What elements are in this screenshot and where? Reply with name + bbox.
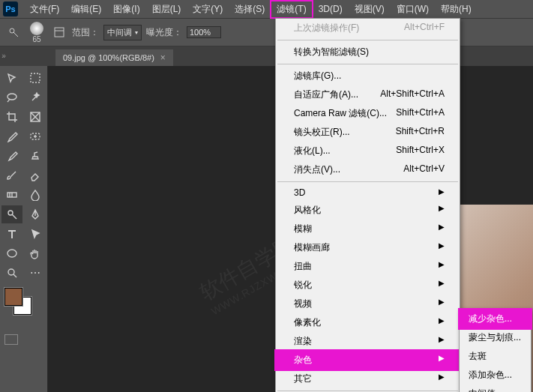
svg-line-1 <box>13 32 18 37</box>
submenu-reduce-noise[interactable]: 减少杂色... <box>460 310 531 328</box>
foreground-color-swatch[interactable] <box>4 288 22 306</box>
shape-tool[interactable] <box>1 244 22 262</box>
eyedropper-tool[interactable] <box>1 127 22 145</box>
frame-tool[interactable] <box>25 108 46 126</box>
menu-filter[interactable]: 滤镜(T) <box>271 1 312 18</box>
svg-line-17 <box>13 274 16 277</box>
app-logo: Ps <box>3 1 18 16</box>
menu-separator <box>277 64 458 64</box>
quick-mask-toggle[interactable] <box>1 334 46 345</box>
marquee-tool[interactable] <box>25 69 46 87</box>
chevron-down-icon: ▾ <box>135 29 138 36</box>
menu-filter-gallery[interactable]: 滤镜库(G)... <box>276 67 460 85</box>
menu-window[interactable]: 窗口(W) <box>391 1 435 18</box>
exposure-input[interactable] <box>187 26 221 38</box>
submenu-arrow-icon: ▶ <box>439 316 445 329</box>
svg-point-5 <box>7 94 16 100</box>
menu-layer[interactable]: 图层(L) <box>146 1 187 18</box>
brush-preview-icon <box>30 22 43 35</box>
clone-stamp-tool[interactable] <box>25 147 46 165</box>
healing-brush-tool[interactable] <box>25 127 46 145</box>
submenu-arrow-icon: ▶ <box>439 241 445 254</box>
menu-view[interactable]: 视图(V) <box>349 1 391 18</box>
filter-menu-dropdown: 上次滤镜操作(F) Alt+Ctrl+F 转换为智能滤镜(S) 滤镜库(G)..… <box>275 18 460 392</box>
menu-separator <box>277 391 458 391</box>
brush-size-value: 65 <box>32 35 40 43</box>
gradient-tool[interactable] <box>1 186 22 204</box>
menu-noise-sub[interactable]: 杂色▶ <box>276 351 460 370</box>
range-select[interactable]: 中间调 ▾ <box>103 25 142 40</box>
menu-vanishing-point[interactable]: 消失点(V)...Alt+Ctrl+V <box>276 160 460 179</box>
menu-convert-smart-filter[interactable]: 转换为智能滤镜(S) <box>276 43 460 61</box>
menu-select[interactable]: 选择(S) <box>229 1 271 18</box>
lasso-tool[interactable] <box>1 88 22 106</box>
exposure-label: 曝光度： <box>146 26 182 39</box>
dodge-icon <box>7 26 19 38</box>
menu-blur-gallery-sub[interactable]: 模糊画廊▶ <box>276 238 460 257</box>
submenu-arrow-icon: ▶ <box>439 354 445 367</box>
tool-preset-picker[interactable] <box>4 23 22 41</box>
menu-edit[interactable]: 编辑(E) <box>65 1 107 18</box>
menu-pixelate-sub[interactable]: 像素化▶ <box>276 313 460 332</box>
submenu-arrow-icon: ▶ <box>439 260 445 273</box>
submenu-dust-scratches[interactable]: 蒙尘与划痕... <box>460 328 531 347</box>
submenu-arrow-icon: ▶ <box>439 223 445 235</box>
submenu-median[interactable]: 中间值... <box>460 385 531 392</box>
quickmask-icon <box>4 334 18 345</box>
menu-stylize-sub[interactable]: 风格化▶ <box>276 201 460 220</box>
menu-distort-sub[interactable]: 扭曲▶ <box>276 257 460 276</box>
hand-tool[interactable] <box>25 244 46 262</box>
menu-render-sub[interactable]: 渲染▶ <box>276 332 460 351</box>
menu-3d-sub[interactable]: 3D▶ <box>276 184 460 201</box>
menu-image[interactable]: 图像(I) <box>107 1 145 18</box>
menu-lens-correction[interactable]: 镜头校正(R)...Shift+Ctrl+R <box>276 123 460 142</box>
brush-tool[interactable] <box>1 147 22 165</box>
menu-video-sub[interactable]: 视频▶ <box>276 295 460 313</box>
menu-separator <box>277 40 458 40</box>
menu-sharpen-sub[interactable]: 锐化▶ <box>276 276 460 295</box>
svg-rect-2 <box>55 28 64 37</box>
eraser-tool[interactable] <box>25 166 46 184</box>
dodge-tool[interactable] <box>1 205 22 223</box>
zoom-tool[interactable] <box>1 264 22 282</box>
history-brush-tool[interactable] <box>1 166 22 184</box>
document-tab[interactable]: 09.jpg @ 100%(RGB/8#) × <box>55 49 173 66</box>
path-select-tool[interactable] <box>25 225 46 243</box>
crop-tool[interactable] <box>1 108 22 126</box>
brush-preset-picker[interactable]: 65 <box>27 22 46 43</box>
document-title: 09.jpg @ 100%(RGB/8#) <box>63 53 154 62</box>
submenu-add-noise[interactable]: 添加杂色... <box>460 366 531 385</box>
svg-point-15 <box>7 250 16 257</box>
blur-tool[interactable] <box>25 186 46 204</box>
submenu-despeckle[interactable]: 去斑 <box>460 347 531 366</box>
menu-blur-sub[interactable]: 模糊▶ <box>276 220 460 238</box>
magic-wand-tool[interactable] <box>25 88 46 106</box>
menu-type[interactable]: 文字(Y) <box>187 1 229 18</box>
edit-toolbar[interactable]: ⋯ <box>25 264 46 282</box>
panel-icon <box>53 26 65 38</box>
menu-camera-raw[interactable]: Camera Raw 滤镜(C)...Shift+Ctrl+A <box>276 104 460 123</box>
noise-submenu: 减少杂色... 蒙尘与划痕... 去斑 添加杂色... 中间值... <box>459 309 532 392</box>
menu-file[interactable]: 文件(F) <box>24 1 65 18</box>
menu-other-sub[interactable]: 其它▶ <box>276 370 460 388</box>
toolbox: ⋯ <box>0 66 48 392</box>
menu-help[interactable]: 帮助(H) <box>435 1 478 18</box>
close-tab-icon[interactable]: × <box>160 52 166 63</box>
svg-point-16 <box>8 269 14 275</box>
svg-line-14 <box>12 214 16 219</box>
range-value: 中间调 <box>107 27 132 38</box>
menu-adaptive-wide-angle[interactable]: 自适应广角(A)...Alt+Shift+Ctrl+A <box>276 85 460 104</box>
brush-panel-toggle[interactable] <box>51 24 67 40</box>
menu-last-filter[interactable]: 上次滤镜操作(F) Alt+Ctrl+F <box>276 19 460 37</box>
menu-separator <box>277 181 458 182</box>
color-swatches[interactable] <box>4 288 34 318</box>
submenu-arrow-icon: ▶ <box>439 279 445 292</box>
pen-tool[interactable] <box>25 205 46 223</box>
svg-rect-4 <box>31 73 40 82</box>
menu-liquify[interactable]: 液化(L)...Shift+Ctrl+X <box>276 142 460 160</box>
move-tool[interactable] <box>1 69 22 87</box>
panel-collapse-handle[interactable]: » <box>0 48 7 63</box>
submenu-arrow-icon: ▶ <box>439 335 445 348</box>
type-tool[interactable] <box>1 225 22 243</box>
menu-3d[interactable]: 3D(D) <box>313 1 349 16</box>
